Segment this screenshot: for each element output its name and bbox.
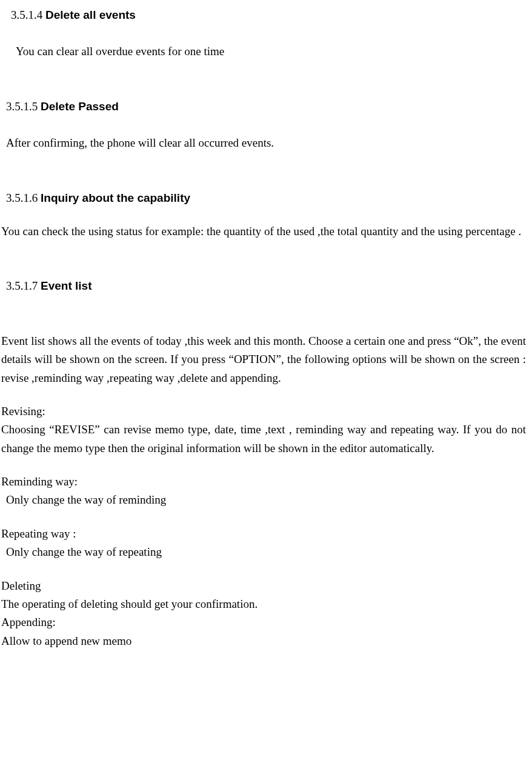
body-inquiry-capability: You can check the using status for examp… xyxy=(1,222,526,241)
heading-delete-all-events: 3.5.1.4 Delete all events xyxy=(6,6,526,24)
heading-number: 3.5.1.4 xyxy=(11,8,42,21)
body-appending: Allow to append new memo xyxy=(1,632,526,650)
label-repeating-way: Repeating way : xyxy=(1,525,526,543)
heading-number: 3.5.1.5 xyxy=(6,100,38,113)
body-delete-passed: After confirming, the phone will clear a… xyxy=(6,134,526,152)
heading-number: 3.5.1.6 xyxy=(6,191,38,204)
body-reminding-way: Only change the way of reminding xyxy=(6,491,526,509)
body-revising: Choosing “REVISE” can revise memo type, … xyxy=(1,421,526,458)
body-delete-all-events: You can clear all overdue events for one… xyxy=(6,42,526,61)
label-appending: Appending: xyxy=(1,613,526,631)
heading-event-list: 3.5.1.7 Event list xyxy=(6,277,526,295)
heading-number: 3.5.1.7 xyxy=(6,279,38,292)
body-deleting: The operating of deleting should get you… xyxy=(1,595,526,613)
heading-title: Inquiry about the capability xyxy=(41,191,190,204)
heading-inquiry-capability: 3.5.1.6 Inquiry about the capability xyxy=(6,189,526,207)
heading-title: Delete Passed xyxy=(41,100,119,113)
label-deleting: Deleting xyxy=(1,577,526,595)
heading-delete-passed: 3.5.1.5 Delete Passed xyxy=(6,98,526,116)
body-repeating-way: Only change the way of repeating xyxy=(6,543,526,561)
heading-title: Event list xyxy=(41,279,91,292)
label-reminding-way: Reminding way: xyxy=(1,473,526,491)
label-revising: Revising: xyxy=(1,402,526,421)
heading-title: Delete all events xyxy=(45,8,136,21)
body-event-list-intro: Event list shows all the events of today… xyxy=(1,332,526,387)
